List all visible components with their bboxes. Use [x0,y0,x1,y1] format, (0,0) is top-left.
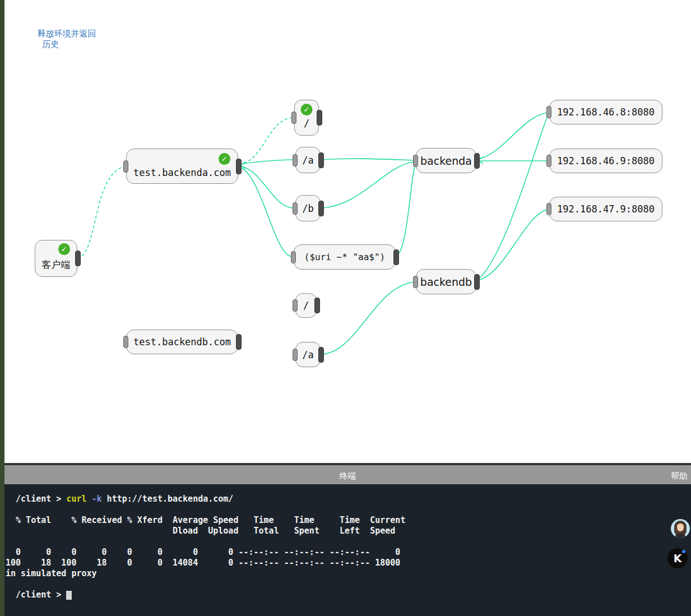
node-location-b[interactable]: /b [295,195,321,221]
edge-domaina-roota [239,118,293,165]
node-label: / [304,118,309,129]
output-port[interactable] [317,110,322,126]
output-port[interactable] [474,274,480,290]
node-label: 192.168.46.9:8080 [557,155,655,166]
node-location-a-b[interactable]: /a [295,342,321,367]
edge-domaina-regex [239,167,292,257]
graph-canvas[interactable]: 释放环境并返回 历史 ✓ 客户端 ✓ test.b [4,0,691,463]
edge-upstreamb-serverb1 [477,210,547,280]
node-location-a[interactable]: /a [295,147,321,173]
input-port[interactable] [293,349,298,361]
edge-pathb-upstreama [322,162,414,208]
edge-domaina-pathb [239,166,294,208]
command-arg: http://test.backenda.com/ [102,494,234,504]
input-port[interactable] [546,203,551,215]
node-label: test.backendb.com [133,336,231,348]
node-location-root-b[interactable]: / [295,293,317,318]
edge-pathab-upstreamb [322,282,414,354]
curl-blank-line [6,536,405,547]
success-check-icon: ✓ [219,153,230,165]
node-label: test.backenda.com [133,167,231,178]
terminal-titlebar[interactable]: 终端 帮助 [4,463,691,484]
input-port[interactable] [291,251,296,263]
edge-layer [0,0,691,463]
output-port[interactable] [236,159,242,174]
terminal-blank-line [6,504,405,515]
output-port[interactable] [318,152,324,168]
input-port[interactable] [293,299,298,312]
output-port[interactable] [474,153,480,169]
output-port[interactable] [393,249,399,265]
app-window: 释放环境并返回 历史 ✓ 客户端 ✓ test.b [0,0,691,616]
node-location-root-a[interactable]: ✓ / [294,100,319,136]
node-server-46-8[interactable]: 192.168.46.8:8080 [549,100,662,124]
k-logo-letter: K [674,552,682,564]
input-port[interactable] [293,154,298,166]
command-flag: -k [87,494,102,504]
node-upstream-backenda[interactable]: backenda [416,148,476,173]
curl-header-line-1: % Total % Received % Xferd Average Speed… [6,515,405,526]
input-port[interactable] [546,106,551,118]
output-port[interactable] [318,347,324,363]
input-port[interactable] [413,276,418,288]
curl-progress-line-2: 100 18 100 18 0 0 14084 0 --:--:-- --:--… [6,558,405,568]
terminal-prompt-line[interactable]: /client > [6,590,405,600]
output-port[interactable] [314,298,320,313]
edge-upstreamb-servera1 [477,114,548,280]
k-logo-badge[interactable]: K [667,548,688,568]
success-check-icon: ✓ [58,243,70,255]
input-port[interactable] [123,336,128,348]
terminal-title: 终端 [340,471,356,481]
input-port[interactable] [291,112,296,124]
output-port[interactable] [236,334,242,350]
node-domain-backenda[interactable]: ✓ test.backenda.com [126,149,238,184]
curl-progress-line-1: 0 0 0 0 0 0 0 0 --:--:-- --:--:-- --:--:… [6,547,405,558]
terminal-output: /client > curl -k http://test.backenda.c… [6,494,405,600]
node-label: 客户端 [42,258,71,271]
edge-regex-upstreama [397,166,415,256]
edge-domaina-patha [239,160,294,164]
node-label: backenda [420,155,472,167]
command-program: curl [66,494,86,504]
edge-patha-upstreama [322,159,414,160]
node-label: backendb [420,276,472,288]
terminal-command-line: /client > curl -k http://test.backenda.c… [6,494,405,504]
avatar-face [677,524,684,531]
node-label: /b [302,203,313,214]
node-upstream-backendb[interactable]: backendb [416,269,476,294]
input-port[interactable] [546,155,551,167]
terminal-blank-line [6,579,405,590]
terminal-cursor [66,591,72,600]
help-link[interactable]: 帮助 [671,471,688,481]
node-label: /a [302,349,313,360]
input-port[interactable] [413,155,418,167]
node-condition-regex[interactable]: ($uri ~* "aa$") [294,244,396,270]
input-port[interactable] [123,160,128,173]
assistant-avatar[interactable] [671,519,690,538]
node-domain-backendb[interactable]: test.backendb.com [126,330,238,354]
node-server-47-9[interactable]: 192.168.47.9:8080 [549,197,662,221]
input-port[interactable] [293,202,298,215]
edge-upstreama-servera1 [477,113,548,159]
node-label: / [303,300,309,311]
node-label: ($uri ~* "aa$") [304,252,386,262]
node-client[interactable]: ✓ 客户端 [35,240,77,277]
node-label: 192.168.47.9:8080 [557,203,655,215]
curl-response-line: in simulated proxy [6,568,405,579]
node-server-46-9[interactable]: 192.168.46.9:8080 [549,149,662,173]
output-port[interactable] [318,201,324,216]
success-check-icon: ✓ [301,104,313,115]
node-label: 192.168.46.8:8080 [557,106,655,118]
k-logo-dot [682,550,685,553]
curl-header-line-2: Dload Upload Total Spent Left Speed [6,526,405,536]
edge-client-domaina [78,166,125,258]
node-label: /a [302,155,313,166]
output-port[interactable] [75,251,81,266]
